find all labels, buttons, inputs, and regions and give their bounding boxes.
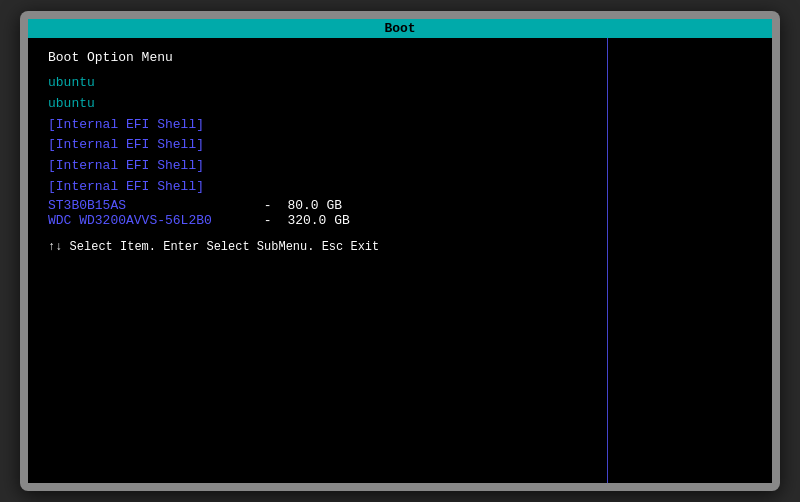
section-title: Boot Option Menu	[48, 50, 752, 65]
menu-item-ubuntu-1[interactable]: ubuntu	[48, 73, 752, 94]
title-text: Boot	[384, 21, 415, 36]
menu-item-efi-1[interactable]: [Internal EFI Shell]	[48, 115, 752, 136]
menu-item-efi-4[interactable]: [Internal EFI Shell]	[48, 177, 752, 198]
disk-row-1[interactable]: ST3B0B15AS - 80.0 GB	[48, 198, 752, 213]
screen: Boot Boot Option Menu ubuntu ubuntu [Int…	[28, 19, 772, 483]
disk-size-1: 80.0 GB	[287, 198, 342, 213]
menu-item-efi-3[interactable]: [Internal EFI Shell]	[48, 156, 752, 177]
disk-name-1: ST3B0B15AS	[48, 198, 248, 213]
vertical-line	[607, 38, 608, 483]
monitor-outer: Boot Boot Option Menu ubuntu ubuntu [Int…	[20, 11, 780, 491]
menu-items-container: ubuntu ubuntu [Internal EFI Shell] [Inte…	[48, 73, 752, 228]
menu-item-efi-2[interactable]: [Internal EFI Shell]	[48, 135, 752, 156]
disk-dash-1: -	[256, 198, 279, 213]
disk-dash-2: -	[256, 213, 279, 228]
help-text: ↑↓ Select Item. Enter Select SubMenu. Es…	[48, 240, 752, 254]
content-area: Boot Option Menu ubuntu ubuntu [Internal…	[28, 38, 772, 483]
disk-size-2: 320.0 GB	[287, 213, 349, 228]
menu-item-ubuntu-2[interactable]: ubuntu	[48, 94, 752, 115]
disk-name-2: WDC WD3200AVVS-56L2B0	[48, 213, 248, 228]
title-bar: Boot	[28, 19, 772, 38]
disk-row-2[interactable]: WDC WD3200AVVS-56L2B0 - 320.0 GB	[48, 213, 752, 228]
monitor-inner: Boot Boot Option Menu ubuntu ubuntu [Int…	[28, 19, 772, 483]
